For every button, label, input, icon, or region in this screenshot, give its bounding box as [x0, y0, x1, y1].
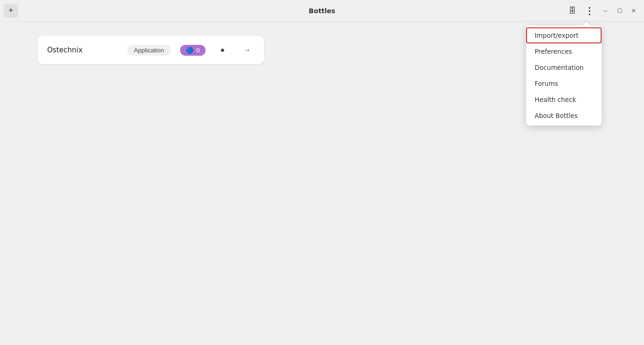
titlebar: + Bottles 🗄 ⋮ ─ ☐ ✕: [0, 0, 644, 22]
more-icon: ⋮: [585, 5, 594, 17]
bottle-card: Ostechnix Application 🔵 0 ● →: [38, 36, 264, 64]
titlebar-right: 🗄 ⋮ ─ ☐ ✕: [565, 3, 640, 18]
more-menu-button[interactable]: ⋮: [582, 3, 597, 18]
storage-icon-button[interactable]: 🗄: [565, 3, 580, 18]
dropdown-menu: Import/exportPreferencesDocumentationFor…: [526, 25, 602, 126]
menu-item-forums[interactable]: Forums: [526, 76, 602, 92]
dot-icon: ●: [220, 46, 225, 54]
close-icon: ✕: [631, 8, 636, 14]
bottle-dot-button[interactable]: ●: [215, 42, 230, 58]
menu-item-preferences[interactable]: Preferences: [526, 43, 602, 59]
snap-badge[interactable]: 🔵 0: [180, 45, 206, 56]
menu-item-documentation[interactable]: Documentation: [526, 59, 602, 76]
maximize-button[interactable]: ☐: [613, 4, 626, 17]
menu-item-import-export[interactable]: Import/export: [526, 27, 602, 43]
bottle-arrow-button[interactable]: →: [239, 42, 255, 58]
bottle-name: Ostechnix: [47, 46, 118, 54]
app-title: Bottles: [309, 7, 335, 15]
window-controls: ─ ☐ ✕: [599, 4, 640, 17]
app-tag-button[interactable]: Application: [127, 45, 171, 56]
snap-count: 0: [196, 47, 200, 54]
arrow-icon: →: [243, 46, 251, 54]
menu-item-health-check[interactable]: Health check: [526, 92, 602, 108]
close-button[interactable]: ✕: [627, 4, 640, 17]
storage-icon: 🗄: [569, 7, 576, 15]
titlebar-left: +: [4, 4, 18, 18]
menu-item-about-bottles[interactable]: About Bottles: [526, 108, 602, 124]
snap-badge-icon: 🔵: [186, 47, 193, 54]
maximize-icon: ☐: [617, 8, 622, 14]
minimize-icon: ─: [603, 8, 608, 14]
add-button[interactable]: +: [4, 4, 18, 18]
minimize-button[interactable]: ─: [599, 4, 612, 17]
